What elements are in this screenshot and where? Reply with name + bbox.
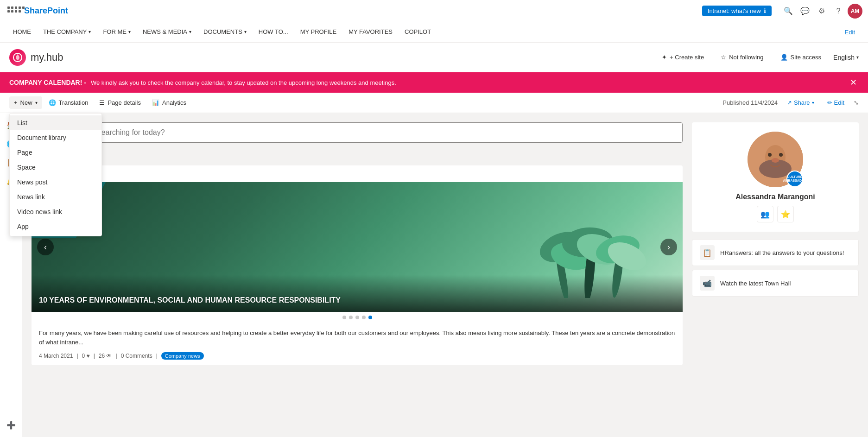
nav-how-to[interactable]: HOW TO... <box>253 22 294 43</box>
nav-news-media[interactable]: NEWS & MEDIA ▾ <box>137 22 197 43</box>
article-views: 26 👁 <box>99 353 112 359</box>
page-area: 🔍 News Highlights <box>22 113 868 437</box>
top-nav-left: SharePoint <box>6 5 68 18</box>
search-icon-btn[interactable]: 🔍 <box>781 4 796 19</box>
search-bar: 🔍 <box>32 122 683 143</box>
quick-link-hransers[interactable]: 📋 HRanswers: all the answers to your que… <box>692 239 859 266</box>
dropdown-item-document-library[interactable]: Document library <box>10 130 101 145</box>
banner-text: We kindly ask you to check the company c… <box>91 79 396 86</box>
ambassador-badge: CULTUREAMBASSADOR <box>786 171 803 187</box>
chat-icon-btn[interactable]: 💬 <box>798 4 812 19</box>
dropdown-item-space[interactable]: Space <box>10 160 101 175</box>
app-name: SharePoint <box>24 6 68 16</box>
right-panel: CULTUREAMBASSADOR Alessandra Marangoni 👥… <box>692 122 859 428</box>
dropdown-item-news-post[interactable]: News post <box>10 175 101 190</box>
nav-the-company[interactable]: THE COMPANY ▾ <box>38 22 96 43</box>
nav-documents[interactable]: DOCUMENTS ▾ <box>198 22 252 43</box>
intranet-badge[interactable]: Intranet: what's new ℹ <box>702 6 772 16</box>
user-avatar-container: CULTUREAMBASSADOR <box>748 132 803 187</box>
dropdown-item-video-news-link[interactable]: Video news link <box>10 204 101 219</box>
quick-link-hransers-label: HRanswers: all the answers to your quest… <box>720 249 844 256</box>
intranet-badge-label: Intranet: what's new <box>708 7 761 14</box>
nav-home[interactable]: HOME <box>7 22 37 43</box>
separator: | <box>116 353 117 359</box>
chevron-down-icon: ▾ <box>812 100 814 105</box>
highlights-header: Highlights <box>32 165 683 182</box>
toolbar-right: Published 11/4/2024 ↗ Share ▾ ✏ Edit ⤡ <box>722 97 859 108</box>
published-label: Published 11/4/2024 <box>722 99 778 106</box>
edit-page-button[interactable]: ✏ Edit <box>824 97 848 108</box>
nav-copilot[interactable]: COPILOT <box>399 22 437 43</box>
site-name: my.hub <box>31 51 63 63</box>
carousel-article-title: 10 YEARS OF ENVIRONMENTAL, SOCIAL AND HU… <box>39 296 341 304</box>
plus-icon: ✦ <box>662 54 667 61</box>
carousel-next-btn[interactable]: › <box>660 239 677 255</box>
not-following-btn[interactable]: ☆ Not following <box>716 51 768 63</box>
separator: | <box>94 353 95 359</box>
carousel-dot-1[interactable] <box>342 316 346 319</box>
site-header-right: ✦ + Create site ☆ Not following 👤 Site a… <box>657 51 859 63</box>
main-content: 🏠 🌐 📋 🔔 ➕ 🔍 News Highlights <box>0 113 868 437</box>
second-nav: HOME THE COMPANY ▾ FOR ME ▾ NEWS & MEDIA… <box>0 22 868 43</box>
nav-my-favorites[interactable]: MY FAVORITES <box>343 22 398 43</box>
article-comments[interactable]: 0 Comments <box>121 353 152 359</box>
carousel-dot-2[interactable] <box>349 316 353 319</box>
user-avatar-btn[interactable]: AM <box>848 4 862 19</box>
expand-icon-btn[interactable]: ⤡ <box>854 99 859 106</box>
center-content: 🔍 News Highlights <box>32 122 683 428</box>
plus-icon: + <box>14 99 18 106</box>
article-date: 4 March 2021 <box>39 353 73 359</box>
svg-point-15 <box>772 158 779 163</box>
language-btn[interactable]: English ▾ <box>833 54 859 61</box>
dropdown-item-page[interactable]: Page <box>10 145 101 160</box>
carousel-prev-btn[interactable]: ‹ <box>37 239 54 255</box>
banner-close-btn[interactable]: ✕ <box>848 77 859 88</box>
page-toolbar: + New ▾ 🌐 Translation ☰ Page details 📊 A… <box>0 93 868 113</box>
edit-icon: ✏ <box>827 99 832 106</box>
site-logo[interactable]: my.hub <box>9 49 63 66</box>
carousel-image <box>32 182 683 312</box>
edit-nav-btn[interactable]: Edit <box>839 29 861 36</box>
sidebar-add-icon[interactable]: ➕ <box>3 417 19 433</box>
carousel-dot-5[interactable] <box>368 316 372 319</box>
star-icon: ☆ <box>721 54 726 61</box>
translation-button[interactable]: 🌐 Translation <box>44 96 93 109</box>
new-dropdown-menu: List Document library Page Space News po… <box>9 113 102 236</box>
chevron-down-icon: ▾ <box>244 29 247 34</box>
article-tag[interactable]: Company news <box>161 352 204 360</box>
details-icon: ☰ <box>99 99 105 106</box>
waffle-icon[interactable] <box>6 5 19 18</box>
separator: | <box>76 353 78 359</box>
user-favorite-btn[interactable]: ⭐ <box>777 206 794 222</box>
news-section-header: News <box>32 150 683 160</box>
article-likes: 0 ♥ <box>82 353 90 359</box>
settings-icon-btn[interactable]: ⚙ <box>814 4 829 19</box>
nav-my-profile[interactable]: MY PROFILE <box>295 22 342 43</box>
nav-for-me[interactable]: FOR ME ▾ <box>97 22 136 43</box>
chevron-down-icon: ▾ <box>35 100 38 105</box>
quick-link-town-hall[interactable]: 📹 Watch the latest Town Hall <box>692 270 859 297</box>
video-icon: 📹 <box>700 276 715 291</box>
new-button[interactable]: + New ▾ <box>9 96 42 109</box>
dropdown-item-list[interactable]: List <box>10 115 101 130</box>
dropdown-item-news-link[interactable]: News link <box>10 190 101 204</box>
analytics-icon: 📊 <box>152 99 159 106</box>
carousel-dot-4[interactable] <box>362 316 366 319</box>
logo-icon <box>9 49 26 66</box>
share-icon: ↗ <box>787 99 792 106</box>
search-input[interactable] <box>51 128 677 137</box>
dropdown-item-app[interactable]: App <box>10 219 101 234</box>
user-connect-btn[interactable]: 👥 <box>757 206 773 222</box>
svg-point-13 <box>768 153 772 157</box>
site-access-btn[interactable]: 👤 Site access <box>776 51 826 63</box>
analytics-button[interactable]: 📊 Analytics <box>147 96 191 109</box>
carousel-dot-3[interactable] <box>355 316 359 319</box>
svg-point-14 <box>779 153 783 157</box>
page-details-button[interactable]: ☰ Page details <box>95 96 146 109</box>
article-meta: 4 March 2021 | 0 ♥ | 26 👁 | 0 Comments |… <box>32 352 683 365</box>
chevron-down-icon: ▾ <box>856 55 859 60</box>
share-button[interactable]: ↗ Share ▾ <box>783 97 818 108</box>
help-icon-btn[interactable]: ? <box>831 4 846 19</box>
quick-link-town-hall-label: Watch the latest Town Hall <box>720 280 791 287</box>
create-site-btn[interactable]: ✦ + Create site <box>657 51 709 63</box>
